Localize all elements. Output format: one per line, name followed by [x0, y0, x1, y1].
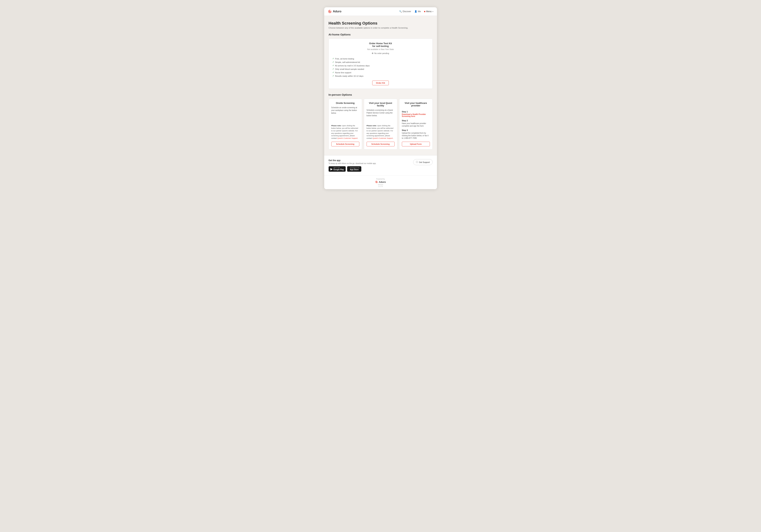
- upload-form-button[interactable]: Upload Form: [402, 142, 430, 147]
- menu-label: Menu: [426, 10, 432, 13]
- nav-links: 🔍 Discover 👤 Me Menu ▾: [399, 10, 433, 13]
- at-home-section: At-home Options Order Home Test Kit for …: [328, 33, 433, 89]
- quest-card-title: Visit your local Quest facility: [367, 102, 395, 107]
- list-item: ✓Results ready within 10-12 days: [332, 74, 429, 78]
- navbar: Aduro 🔍 Discover 👤 Me Menu ▾: [324, 7, 437, 16]
- google-play-line1: GET IT ON: [333, 167, 344, 169]
- app-store-button[interactable]: Download on the App Store: [347, 166, 361, 172]
- status-dot-icon: [372, 53, 373, 54]
- notification-dot: [424, 11, 425, 12]
- kit-card-subtitle: Not available in New York State: [332, 48, 429, 50]
- main-content: Health Screening Options Choose between …: [324, 16, 437, 155]
- provider-card-title: Visit your healthcare provider: [402, 102, 430, 107]
- kit-card-title: Order Home Test Kit for self-testing: [332, 42, 429, 47]
- powered-logo: Aduro: [324, 180, 437, 183]
- page-container: Aduro 🔍 Discover 👤 Me Menu ▾ Health Scre…: [324, 7, 437, 189]
- feature-list: ✓Free, at-home testing ✓Simple, self-adm…: [332, 57, 429, 78]
- get-app-sub: To keep up with Aduro on the go, downloa…: [328, 162, 377, 164]
- get-app-title: Get the app: [328, 159, 377, 162]
- page-subtitle: Choose between any of the available opti…: [328, 27, 433, 29]
- check-icon: ✓: [332, 57, 334, 60]
- quest-description: Schedule a screening at a Quest Patient …: [367, 109, 395, 123]
- healthcare-provider-card: Visit your healthcare provider Step 1 Do…: [399, 99, 433, 149]
- chevron-down-icon: ▾: [433, 11, 433, 13]
- step1-label: Step 1: [402, 111, 430, 113]
- check-icon: ✓: [332, 61, 334, 63]
- powered-by-label: Powered by: [324, 178, 437, 180]
- download-screening-form-link[interactable]: Download a Health Provider Screening for…: [402, 113, 430, 117]
- search-icon: 🔍: [399, 10, 402, 13]
- step2-text: Have your healthcare provider complete a…: [402, 122, 430, 127]
- onsite-card-title: Onsite Screening: [331, 102, 359, 104]
- svg-point-1: [329, 11, 330, 12]
- at-home-section-header: At-home Options: [328, 33, 433, 36]
- aduro-powered-logo-icon: [375, 180, 378, 183]
- logo-text: Aduro: [333, 10, 341, 13]
- google-play-line2: Google Play: [333, 169, 344, 171]
- get-support-button[interactable]: ⓘ Get Support: [413, 159, 433, 165]
- schedule-onsite-button[interactable]: Schedule Screening: [331, 142, 359, 147]
- check-icon: ✓: [332, 71, 334, 74]
- in-person-section: In-person Options Onsite Screening Sched…: [328, 93, 433, 149]
- version-text: Version 2.0.75: [324, 184, 437, 187]
- app-store-line2: App Store: [350, 169, 360, 171]
- onsite-description: Schedule an onsite screening at your wor…: [331, 106, 359, 123]
- quest-support-link-quest[interactable]: Quest's Customer Support: [373, 137, 393, 139]
- support-section: ⓘ Get Support: [413, 159, 433, 165]
- step2-label: Step 2: [402, 120, 430, 122]
- list-item: ✓Simple, self-administered kit: [332, 60, 429, 64]
- aduro-logo-icon: [328, 10, 332, 14]
- onsite-note: Please note: Upon clicking the button be…: [331, 124, 359, 140]
- order-status-text: No order pending: [374, 52, 389, 54]
- in-person-cards-row: Onsite Screening Schedule an onsite scre…: [328, 99, 433, 149]
- help-circle-icon: ⓘ: [416, 161, 418, 164]
- order-kit-button[interactable]: Order Kit: [372, 81, 389, 85]
- google-play-button[interactable]: ▶ GET IT ON Google Play: [328, 166, 346, 172]
- app-buttons: ▶ GET IT ON Google Play Download on the …: [328, 166, 377, 172]
- app-store-line1: Download on the: [350, 167, 360, 169]
- order-status-badge: No order pending: [332, 52, 429, 54]
- discover-label: Discover: [403, 10, 411, 13]
- onsite-screening-card: Onsite Screening Schedule an onsite scre…: [328, 99, 362, 149]
- powered-logo-text: Aduro: [379, 181, 386, 183]
- check-icon: ✓: [332, 64, 334, 67]
- step3-text: Upload the completed form by clicking th…: [402, 132, 430, 140]
- footer: Get the app To keep up with Aduro on the…: [324, 155, 437, 175]
- support-label: Get Support: [419, 161, 430, 163]
- me-label: Me: [418, 10, 421, 13]
- person-icon: 👤: [414, 10, 417, 13]
- get-app-section: Get the app To keep up with Aduro on the…: [328, 159, 377, 172]
- page-title: Health Screening Options: [328, 21, 433, 26]
- quest-facility-card: Visit your local Quest facility Schedule…: [364, 99, 397, 149]
- menu-button[interactable]: Menu ▾: [424, 10, 433, 13]
- quest-support-link-onsite[interactable]: Quest's Customer Support: [337, 137, 358, 139]
- note-prefix: Please note:: [367, 125, 377, 127]
- schedule-quest-button[interactable]: Schedule Screening: [367, 142, 395, 147]
- me-link[interactable]: 👤 Me: [414, 10, 421, 13]
- discover-link[interactable]: 🔍 Discover: [399, 10, 411, 13]
- check-icon: ✓: [332, 68, 334, 70]
- powered-by-section: Powered by Aduro Version 2.0.75: [324, 175, 437, 189]
- svg-point-3: [376, 182, 377, 182]
- list-item: ✓Kit arrives by mail in 3-5 business day…: [332, 64, 429, 67]
- list-item: ✓Free, at-home testing: [332, 57, 429, 60]
- check-icon: ✓: [332, 75, 334, 77]
- in-person-section-header: In-person Options: [328, 93, 433, 96]
- quest-note: Please note: Upon clicking the button be…: [367, 124, 395, 140]
- note-prefix: Please note:: [331, 125, 341, 127]
- home-test-kit-card: Order Home Test Kit for self-testing Not…: [328, 38, 433, 89]
- list-item: ✓Only small blood sample needed: [332, 67, 429, 71]
- step3-label: Step 3: [402, 129, 430, 131]
- google-play-icon: ▶: [330, 167, 332, 171]
- logo: Aduro: [328, 10, 341, 14]
- list-item: ✓Nurse line support: [332, 71, 429, 74]
